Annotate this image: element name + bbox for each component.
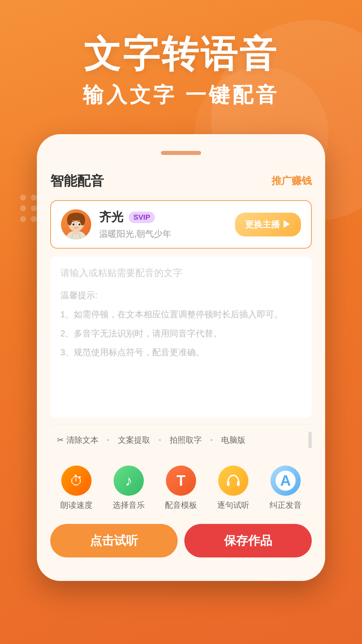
app-header: 智能配音 推广赚钱 xyxy=(50,168,312,200)
speed-icon-circle: ⏱ xyxy=(61,466,92,496)
icon-item-listen[interactable]: 逐句试听 xyxy=(217,466,249,511)
template-label: 配音模板 xyxy=(165,500,197,511)
correct-label: 纠正发音 xyxy=(269,500,302,511)
host-description: 温暖阳光,朝气少年 xyxy=(99,228,235,240)
bottom-icons: ⏱ 朗读速度 ♪ 选择音乐 T 配音模板 xyxy=(50,455,312,517)
listen-icon-circle xyxy=(218,466,248,496)
music-label: 选择音乐 xyxy=(113,500,145,511)
toolbar-divider-2 xyxy=(159,439,161,441)
app-title: 智能配音 xyxy=(50,172,104,190)
host-name: 齐光 xyxy=(99,209,123,225)
toolbar: ✂ 清除文本 文案提取 拍照取字 电脑版 xyxy=(50,424,312,455)
correct-icon: A xyxy=(276,471,296,491)
input-placeholder: 请输入或粘贴需要配音的文字 xyxy=(60,267,302,279)
host-avatar xyxy=(61,209,91,239)
toolbar-divider-1 xyxy=(107,439,109,441)
preview-button[interactable]: 点击试听 xyxy=(50,524,178,557)
toolbar-desktop-label: 电脑版 xyxy=(221,435,245,445)
music-icon: ♪ xyxy=(125,472,132,489)
toolbar-desktop[interactable]: 电脑版 xyxy=(215,431,252,449)
toolbar-extract[interactable]: 文案提取 xyxy=(111,431,157,449)
hint-item-3: 3、规范使用标点符号，配音更准确。 xyxy=(60,344,302,360)
listen-label: 逐句试听 xyxy=(217,500,249,511)
input-hint: 温馨提示: 1、如需停顿，在文本相应位置调整停顿时长后插入即可。 2、多音字无法… xyxy=(60,287,302,360)
svg-point-10 xyxy=(78,223,80,225)
icon-item-music[interactable]: ♪ 选择音乐 xyxy=(113,466,145,511)
change-host-button[interactable]: 更换主播 ▶ xyxy=(235,213,301,236)
host-card: 齐光 SVIP 温暖阳光,朝气少年 更换主播 ▶ xyxy=(50,200,312,249)
template-icon-circle: T xyxy=(166,466,196,496)
phone-mockup: 智能配音 推广赚钱 xyxy=(37,134,325,581)
icon-item-speed[interactable]: ⏱ 朗读速度 xyxy=(60,466,93,511)
scroll-indicator xyxy=(308,432,312,448)
toolbar-extract-label: 文案提取 xyxy=(118,435,150,445)
svg-rect-12 xyxy=(237,481,240,486)
svg-rect-6 xyxy=(68,215,84,221)
host-name-row: 齐光 SVIP xyxy=(99,209,235,225)
toolbar-clear-label: 清除文本 xyxy=(66,435,99,445)
music-icon-circle: ♪ xyxy=(114,466,144,496)
speed-icon: ⏱ xyxy=(70,473,83,488)
speed-label: 朗读速度 xyxy=(60,500,93,511)
phone-notch xyxy=(161,151,201,155)
hint-item-1: 1、如需停顿，在文本相应位置调整停顿时长后插入即可。 xyxy=(60,307,302,322)
hint-item-2: 2、多音字无法识别时，请用同音字代替。 xyxy=(60,326,302,341)
icon-item-template[interactable]: T 配音模板 xyxy=(165,466,197,511)
svg-point-9 xyxy=(72,223,74,225)
svip-badge: SVIP xyxy=(129,212,155,223)
scissors-icon: ✂ xyxy=(57,435,64,445)
save-button[interactable]: 保存作品 xyxy=(184,524,312,557)
template-icon: T xyxy=(177,472,186,489)
hint-title: 温馨提示: xyxy=(60,287,302,303)
app-content: 智能配音 推广赚钱 xyxy=(37,168,325,568)
correct-icon-circle: A xyxy=(270,466,301,496)
host-info: 齐光 SVIP 温暖阳光,朝气少年 xyxy=(99,209,235,240)
toolbar-clear-text[interactable]: ✂ 清除文本 xyxy=(50,431,105,449)
toolbar-divider-3 xyxy=(210,439,213,441)
icon-item-correct[interactable]: A 纠正发音 xyxy=(269,466,302,511)
text-input-area[interactable]: 请输入或粘贴需要配音的文字 温馨提示: 1、如需停顿，在文本相应位置调整停顿时长… xyxy=(50,257,312,418)
svg-rect-11 xyxy=(227,481,230,486)
action-buttons: 点击试听 保存作品 xyxy=(50,517,312,568)
toolbar-camera[interactable]: 拍照取字 xyxy=(163,431,208,449)
toolbar-camera-label: 拍照取字 xyxy=(170,435,202,445)
promote-link[interactable]: 推广赚钱 xyxy=(272,174,312,188)
headphone-icon xyxy=(225,473,241,489)
